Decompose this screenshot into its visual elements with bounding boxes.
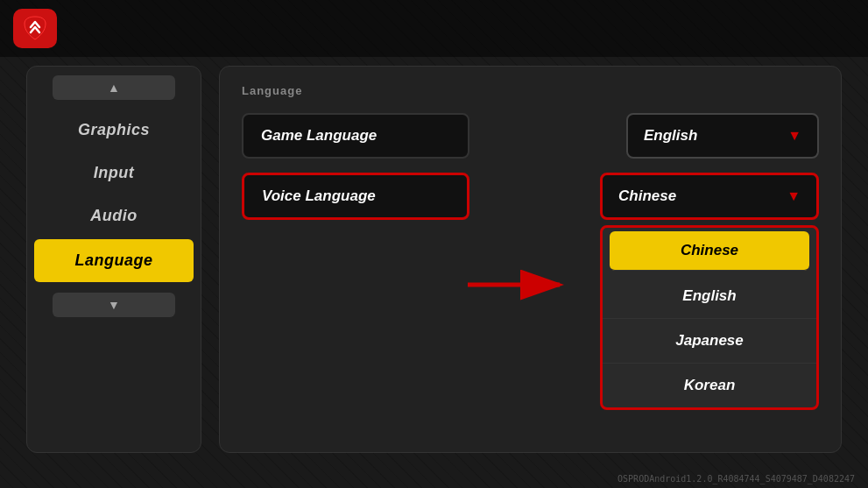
- game-language-arrow: ▼: [787, 128, 801, 144]
- voice-language-selected: Chinese: [618, 187, 676, 205]
- option-korean[interactable]: Korean: [603, 364, 816, 407]
- voice-language-dropdown-menu: Chinese English Japanese Korean: [600, 225, 819, 410]
- settings-panel: Language Game Language English ▼ Voice L…: [219, 66, 842, 453]
- scroll-up-arrow: ▲: [108, 81, 120, 95]
- sidebar-scroll-up[interactable]: ▲: [53, 75, 175, 100]
- sidebar-item-audio[interactable]: Audio: [27, 194, 201, 237]
- logo-icon[interactable]: [13, 9, 57, 48]
- game-language-label: Game Language: [242, 113, 469, 159]
- main-content: ▲ Graphics Input Audio Language ▼ Langua…: [26, 66, 842, 453]
- voice-language-value: Chinese ▼ Chinese English Japanese Korea…: [487, 173, 819, 220]
- voice-language-dropdown-arrow: ▼: [787, 188, 801, 204]
- game-language-value: English ▼: [487, 113, 819, 159]
- game-language-dropdown[interactable]: English ▼: [626, 113, 819, 159]
- game-language-row: Game Language English ▼: [242, 113, 819, 159]
- red-arrow-icon: [468, 267, 573, 302]
- voice-language-row: Voice Language Chinese ▼: [242, 173, 819, 220]
- sidebar-scroll-down[interactable]: ▼: [53, 293, 175, 317]
- option-chinese[interactable]: Chinese: [610, 231, 809, 271]
- scroll-down-arrow: ▼: [108, 298, 120, 312]
- option-japanese[interactable]: Japanese: [603, 319, 816, 364]
- game-language-selected: English: [644, 127, 697, 145]
- sidebar-item-graphics[interactable]: Graphics: [27, 109, 201, 152]
- version-text: OSPRODAndroid1.2.0_R4084744_S4079487_D40…: [617, 474, 855, 484]
- sidebar-item-input[interactable]: Input: [27, 152, 201, 194]
- sidebar: ▲ Graphics Input Audio Language ▼: [26, 66, 201, 453]
- voice-language-dropdown[interactable]: Chinese ▼: [600, 173, 819, 220]
- option-english[interactable]: English: [603, 274, 816, 319]
- voice-language-label: Voice Language: [242, 173, 469, 220]
- section-label: Language: [242, 84, 819, 97]
- sidebar-item-language[interactable]: Language: [34, 239, 194, 282]
- top-bar: [0, 0, 868, 57]
